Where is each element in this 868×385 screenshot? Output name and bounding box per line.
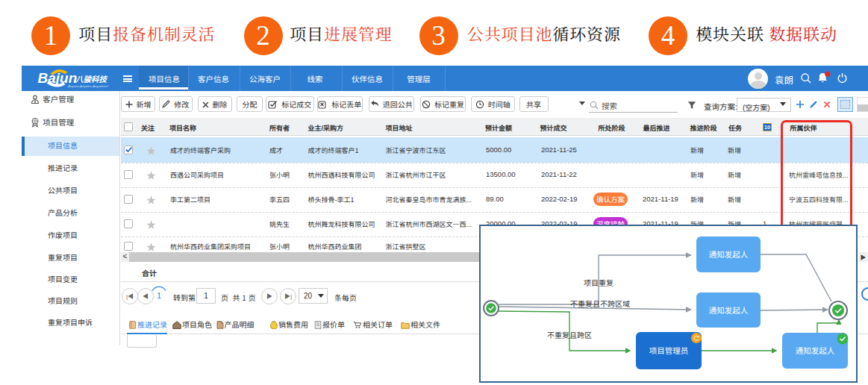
svg-text:Bajun: Bajun <box>38 70 78 86</box>
svg-text:通知发起人: 通知发起人 <box>709 304 749 316</box>
svg-text:项目管理员: 项目管理员 <box>649 345 689 356</box>
svg-text:项目重复: 项目重复 <box>584 277 613 288</box>
svg-text:八骏科技: 八骏科技 <box>75 73 107 84</box>
svg-text:通知发起人: 通知发起人 <box>796 345 835 356</box>
svg-text:Anyone,Anytime,Anywhere!: Anyone,Anytime,Anywhere! <box>67 84 109 88</box>
svg-text:通知发起人: 通知发起人 <box>709 248 749 260</box>
svg-text:不重复且不跨区域: 不重复且不跨区域 <box>570 298 630 309</box>
svg-text:不重复且跨区: 不重复且跨区 <box>547 329 592 340</box>
